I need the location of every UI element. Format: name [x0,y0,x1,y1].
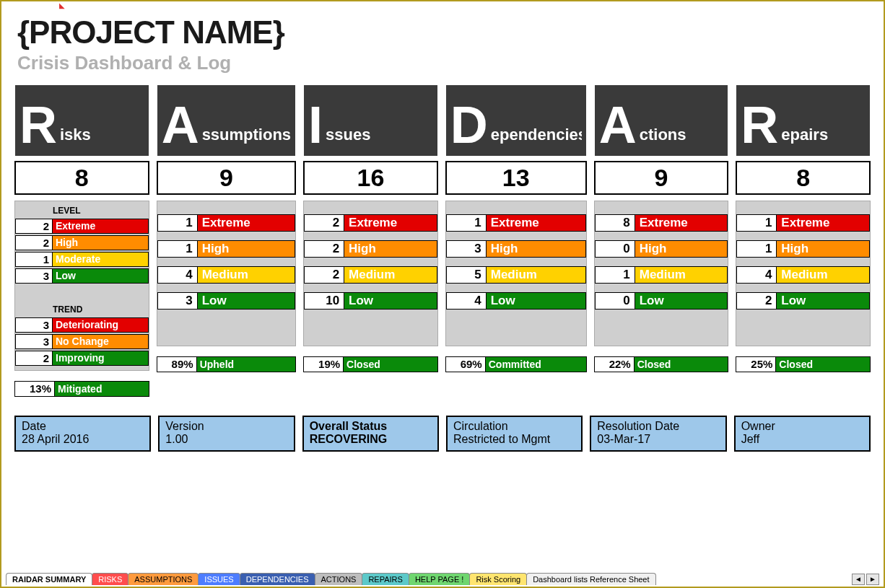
raidar-column: Issues162Extreme2High2Medium10Low19%Clos… [303,84,438,397]
trend-row: 3Deteriorating [15,317,149,333]
level-label: Low [198,292,295,310]
column-body: 1Extreme3High5Medium4Low [445,201,587,346]
level-row: 1Extreme [736,214,870,232]
level-count: 0 [595,240,635,258]
level-count: 4 [446,292,487,310]
summary-percent: 22% [594,356,635,372]
raidar-column: Actions98Extreme0High1Medium0Low22%Close… [594,84,729,397]
level-row: 4Medium [157,266,295,284]
sheet-tab[interactable]: ISSUES [198,573,240,585]
level-row: 1Medium [595,266,728,284]
column-body: 1Extreme1High4Medium2Low [736,201,871,346]
info-value: 03-Mar-17 [597,433,719,446]
trend-count: 3 [15,317,53,333]
level-label: Low [53,268,149,284]
level-row: 0High [595,240,728,258]
level-row: 3Low [157,292,295,310]
level-row: 2Medium [304,266,437,284]
sheet-tab[interactable]: HELP PAGE ! [409,573,470,585]
summary-percent: 89% [157,356,197,372]
info-box: Resolution Date03-Mar-17 [590,416,726,452]
trend-row: 3No Change [15,334,149,349]
column-header: Repairs [736,84,871,157]
level-label: Extreme [777,214,870,232]
level-count: 2 [304,214,344,232]
level-row: 1High [736,240,870,258]
level-count: 2 [15,235,53,250]
level-count: 1 [15,252,53,267]
level-row: 2Extreme [15,219,149,234]
column-letter: A [599,102,637,149]
column-letter: R [741,102,778,149]
level-label: Extreme [198,214,295,232]
column-title: isks [60,126,91,149]
info-row: Date28 April 2016Version1.00Overall Stat… [1,397,884,452]
summary-row: 25%Closed [736,356,871,372]
level-label: High [53,235,149,250]
sheet-tab[interactable]: Dashboard lists Reference Sheet [526,573,655,585]
summary-percent: 19% [303,356,344,372]
tab-scroll-button[interactable]: ► [866,574,879,585]
info-label: Date [22,420,144,433]
info-box: Date28 April 2016 [14,416,151,452]
info-value: 1.00 [165,433,287,446]
column-header: Dependencies [445,84,587,157]
level-count: 5 [446,266,487,284]
level-count: 1 [157,214,198,232]
column-title: ependencies [491,126,582,149]
column-header: Actions [594,84,729,157]
column-title: epairs [781,126,828,149]
info-label: Overall Status [310,420,432,433]
sheet-tab[interactable]: Risk Scoring [469,573,527,585]
level-label: Extreme [344,214,437,232]
level-label: Extreme [487,214,586,232]
level-count: 1 [736,214,777,232]
level-count: 2 [736,292,777,310]
trend-count: 2 [15,351,53,366]
trend-count: 3 [15,334,53,349]
level-label: Medium [487,266,586,284]
summary-row: 13%Mitigated [14,381,149,397]
summary-row: 19%Closed [303,356,438,372]
level-count: 3 [446,240,487,258]
level-row: 1Extreme [446,214,586,232]
sheet-tab[interactable]: ASSUMPTIONS [128,573,199,585]
summary-label: Committed [486,356,587,372]
sheet-tab[interactable]: ACTIONS [315,573,363,585]
sheet-tab[interactable]: DEPENDENCIES [240,573,315,585]
level-label: Extreme [635,214,728,232]
column-title: ctions [640,126,686,149]
sheet-tab[interactable]: RISKS [92,573,128,585]
level-label: Low [635,292,728,310]
level-label: Low [777,292,870,310]
info-box: CirculationRestricted to Mgmt [446,416,583,452]
info-label: Version [165,420,287,433]
summary-label: Mitigated [55,381,149,397]
level-row: 8Extreme [595,214,728,232]
raidar-column: Dependencies131Extreme3High5Medium4Low69… [445,84,587,397]
level-count: 2 [304,240,344,258]
raidar-column: Repairs81Extreme1High4Medium2Low25%Close… [736,84,871,397]
level-count: 4 [736,266,777,284]
level-count: 1 [595,266,635,284]
level-row: 5Medium [446,266,586,284]
level-count: 10 [304,292,344,310]
level-count: 1 [157,240,198,258]
level-label: Low [344,292,437,310]
column-header: Assumptions [157,84,296,157]
column-title: ssues [326,126,370,149]
summary-row: 89%Upheld [157,356,296,372]
tab-scroll-button[interactable]: ◄ [852,574,865,585]
column-letter: A [162,102,199,149]
level-count: 3 [157,292,198,310]
level-count: 0 [595,292,635,310]
level-label: Low [487,292,586,310]
sheet-tab[interactable]: RAIDAR SUMMARY [6,573,92,585]
level-count: 2 [304,266,344,284]
sheet-tab[interactable]: REPAIRS [362,573,409,585]
level-count: 4 [157,266,198,284]
info-value: RECOVERING [310,433,432,446]
level-row: 2High [304,240,437,258]
level-count: 1 [736,240,777,258]
dashboard-subtitle: Crisis Dashboard & Log [17,52,868,74]
